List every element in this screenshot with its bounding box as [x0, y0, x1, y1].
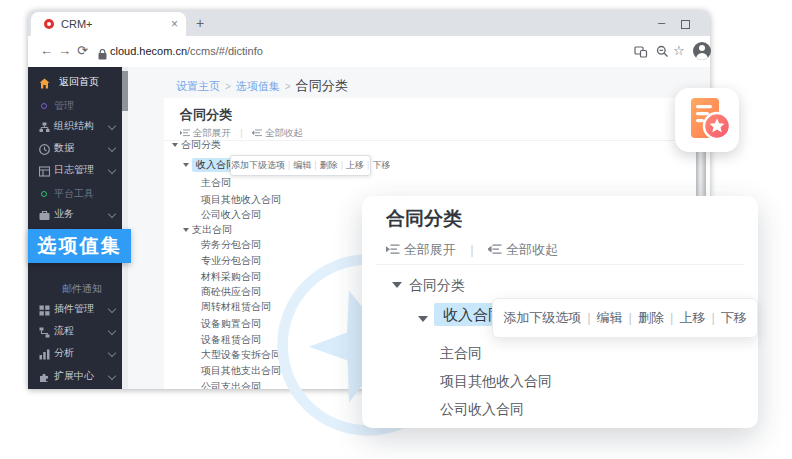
- expand-arrow-icon[interactable]: [183, 228, 189, 232]
- minimize-button[interactable]: –: [658, 16, 665, 30]
- tree-node[interactable]: 合同分类: [181, 138, 221, 152]
- expand-all-icon: [180, 129, 190, 137]
- tab-close-icon[interactable]: ×: [171, 17, 178, 31]
- reload-button[interactable]: ⟳: [77, 43, 88, 58]
- tree-row: 项目其他收入合同: [164, 193, 281, 207]
- extension-icon: [39, 371, 50, 382]
- sidebar-item-logs[interactable]: 日志管理: [28, 161, 122, 179]
- menu-separator: |: [314, 160, 316, 170]
- tree-row: 收入合同: [164, 158, 240, 172]
- tree-node[interactable]: 项目其他收入合同: [201, 193, 281, 207]
- chevron-down-icon: [108, 122, 116, 130]
- tree-row: 设备租赁合同: [164, 333, 261, 347]
- collapse-all-icon: [488, 244, 502, 255]
- maximize-button[interactable]: [681, 20, 690, 29]
- tree-node[interactable]: 支出合同: [192, 223, 232, 237]
- sidebar-item-business[interactable]: 业务: [28, 205, 122, 223]
- tree-node[interactable]: 材料采购合同: [201, 270, 261, 284]
- menu-separator: |: [629, 310, 632, 325]
- org-structure-icon: [39, 121, 50, 132]
- tree-node[interactable]: 项目其他支出合同: [201, 364, 281, 378]
- send-to-devices-icon[interactable]: [634, 44, 648, 62]
- divider: [164, 140, 710, 141]
- zoom-panel: 合同分类 全部展开 | 全部收起 合同分类 收入合同 主合同 项目其他收入合同 …: [362, 196, 758, 428]
- tree-node[interactable]: 主合同: [440, 345, 482, 361]
- breadcrumb-home[interactable]: 设置主页: [176, 80, 220, 92]
- site-favicon-icon: [44, 19, 54, 29]
- tree-row: 公司支出合同: [164, 380, 261, 389]
- tree-node[interactable]: 劳务分包合同: [201, 238, 261, 252]
- flow-icon: [39, 326, 50, 337]
- collapse-all-button[interactable]: 全部收起: [265, 127, 303, 138]
- new-tab-button[interactable]: +: [196, 15, 204, 31]
- dict-doc-badge[interactable]: [675, 88, 739, 152]
- sidebar-item-plugins[interactable]: 插件管理: [28, 300, 122, 318]
- action-add-child[interactable]: 添加下级选项: [503, 310, 581, 325]
- sidebar-item-analysis[interactable]: 分析: [28, 344, 122, 362]
- sidebar-item-manage[interactable]: 管理: [28, 97, 122, 115]
- log-icon: [39, 165, 50, 176]
- expand-arrow-icon[interactable]: [418, 316, 428, 322]
- expand-arrow-icon[interactable]: [172, 143, 178, 147]
- breadcrumb-parent[interactable]: 选项值集: [236, 80, 280, 92]
- clock-icon: [39, 143, 50, 154]
- profile-avatar[interactable]: [693, 42, 711, 60]
- sidebar-item-data[interactable]: 数据: [28, 139, 122, 157]
- action-move-up[interactable]: 上移: [346, 160, 364, 170]
- expand-arrow-icon[interactable]: [183, 163, 189, 167]
- sidebar-item-flow[interactable]: 流程: [28, 322, 122, 340]
- expand-all-button[interactable]: 全部展开: [404, 242, 456, 257]
- chevron-down-icon: [108, 327, 116, 335]
- tree-node[interactable]: 周转材租赁合同: [201, 300, 271, 314]
- tree-node[interactable]: 主合同: [201, 176, 231, 190]
- zoom-icon[interactable]: [656, 44, 669, 62]
- action-move-down[interactable]: 下移: [721, 310, 747, 325]
- tree-node[interactable]: 大型设备安拆合同: [201, 348, 281, 362]
- sidebar-item-platform-tools[interactable]: 平台工具: [28, 185, 122, 203]
- chevron-down-icon: [108, 166, 116, 174]
- toolbar-separator: |: [470, 242, 473, 257]
- action-move-down[interactable]: 下移: [372, 160, 390, 170]
- option-set-callout[interactable]: 选项值集: [28, 229, 131, 263]
- sidebar-item-label: 数据: [54, 139, 74, 157]
- chevron-down-icon: [108, 305, 116, 313]
- address-bar: ← → ⟳ cloud.hecom.cn/ccms/#/dictinfo ☆: [28, 36, 710, 68]
- panel-title: 合同分类: [386, 206, 462, 232]
- panel-toolbar: 全部展开 | 全部收起: [386, 241, 558, 259]
- action-edit[interactable]: 编辑: [597, 310, 623, 325]
- action-edit[interactable]: 编辑: [293, 160, 311, 170]
- action-move-up[interactable]: 上移: [679, 310, 705, 325]
- tree-node[interactable]: 设备购置合同: [201, 317, 261, 331]
- sidebar-item-home[interactable]: 返回首页: [28, 73, 122, 91]
- url-text[interactable]: cloud.hecom.cn/ccms/#/dictinfo: [110, 45, 263, 57]
- document-star-icon: [675, 88, 739, 152]
- tree-row: 主合同: [164, 176, 231, 190]
- tree-node[interactable]: 公司收入合同: [440, 401, 524, 417]
- tree-node[interactable]: 设备租赁合同: [201, 333, 261, 347]
- action-add-child[interactable]: 添加下级选项: [231, 160, 285, 170]
- menu-separator: |: [587, 310, 590, 325]
- tree-row: 专业分包合同: [164, 254, 261, 268]
- tree-node[interactable]: 商砼供应合同: [201, 285, 261, 299]
- sidebar-item-extension[interactable]: 扩展中心: [28, 367, 122, 385]
- tree-node[interactable]: 合同分类: [409, 277, 465, 293]
- expand-all-button[interactable]: 全部展开: [193, 127, 231, 138]
- expand-arrow-icon[interactable]: [392, 282, 402, 288]
- tree-node[interactable]: 公司收入合同: [201, 208, 261, 222]
- tree-row: 公司收入合同: [164, 208, 261, 222]
- tree-row: 支出合同: [164, 223, 232, 237]
- forward-button[interactable]: →: [58, 43, 71, 58]
- tree-row: 大型设备安拆合同: [164, 348, 281, 362]
- sidebar-item-org[interactable]: 组织结构: [28, 117, 122, 135]
- sidebar-item-mail-notify[interactable]: 邮件通知: [28, 280, 122, 298]
- tree-node[interactable]: 公司支出合同: [201, 380, 261, 389]
- bookmark-star-icon[interactable]: ☆: [673, 43, 685, 58]
- browser-tab[interactable]: CRM+ ×: [31, 12, 186, 36]
- tree-node[interactable]: 项目其他收入合同: [440, 373, 552, 389]
- sidebar-item-label: 扩展中心: [54, 367, 94, 385]
- tree-node[interactable]: 专业分包合同: [201, 254, 261, 268]
- back-button[interactable]: ←: [40, 43, 53, 58]
- action-delete[interactable]: 删除: [320, 160, 338, 170]
- collapse-all-button[interactable]: 全部收起: [506, 242, 558, 257]
- action-delete[interactable]: 删除: [638, 310, 664, 325]
